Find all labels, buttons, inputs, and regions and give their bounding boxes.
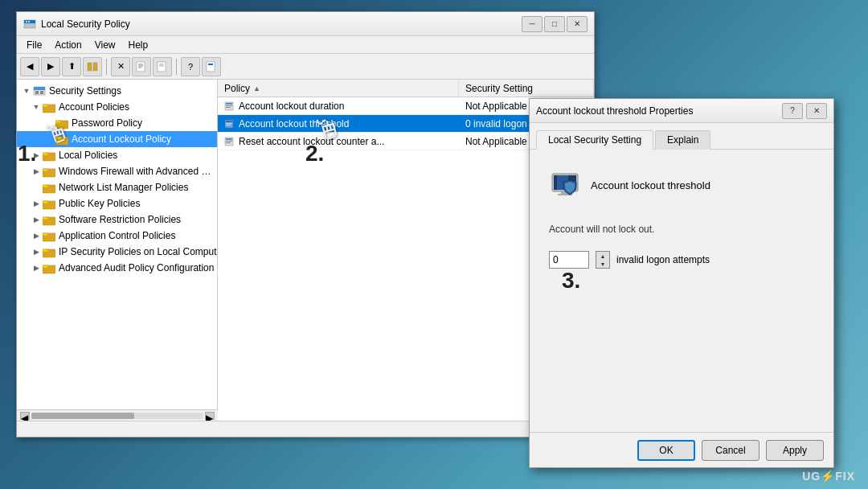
policy-icon-duration [224, 101, 235, 112]
up-button[interactable]: ⬆ [62, 57, 81, 76]
svg-rect-48 [226, 125, 231, 125]
dialog-title-buttons: ? ✕ [782, 103, 827, 119]
tree-scrollbar[interactable]: ◀ ▶ [17, 409, 218, 421]
main-window: Local Security Policy ─ □ ✕ File Action … [16, 11, 595, 438]
tab-local-security-setting[interactable]: Local Security Setting [536, 130, 653, 150]
account-policies-expand[interactable]: ▼ [30, 101, 43, 113]
firewall-expand[interactable]: ▶ [30, 165, 43, 178]
menu-bar: File Action View Help [17, 36, 594, 54]
advanced-audit-expand[interactable]: ▶ [30, 261, 43, 274]
ip-security-label: IP Security Policies on Local Compute... [59, 246, 218, 257]
svg-rect-44 [226, 107, 231, 108]
svg-rect-13 [207, 62, 215, 72]
svg-rect-28 [43, 169, 48, 171]
password-policy-label: Password Policy [72, 117, 142, 129]
panel-header: Policy ▲ Security Setting [218, 80, 594, 97]
close-main-button[interactable]: ✕ [567, 16, 588, 32]
svg-rect-40 [43, 265, 48, 268]
export-button[interactable] [132, 57, 151, 76]
svg-rect-51 [226, 141, 232, 142]
public-key-icon [43, 197, 55, 210]
dialog-title: Account lockout threshold Properties [536, 105, 693, 117]
svg-point-2 [26, 21, 27, 23]
app-control-label: Application Control Policies [59, 230, 175, 241]
scroll-right[interactable]: ▶ [205, 412, 215, 420]
import-button[interactable] [153, 57, 172, 76]
menu-view[interactable]: View [88, 38, 122, 52]
tree-software-restriction[interactable]: ▶ Software Restriction Policies [17, 212, 217, 228]
firewall-icon [43, 165, 55, 178]
toolbar-separator-2 [176, 59, 177, 75]
dialog-close-button[interactable]: ✕ [806, 103, 827, 119]
network-list-label: Network List Manager Policies [59, 182, 188, 193]
svg-rect-34 [43, 217, 48, 220]
scroll-track [31, 413, 203, 419]
policy-name-duration: Account lockout duration [218, 99, 459, 113]
threshold-value-input[interactable] [549, 251, 589, 269]
tree-account-lockout-policy[interactable]: Account Lockout Policy [17, 131, 217, 147]
svg-rect-43 [226, 105, 232, 106]
tree-root[interactable]: ▼ Security Settings [17, 83, 217, 99]
app-control-expand[interactable]: ▶ [30, 229, 43, 242]
svg-rect-47 [226, 123, 232, 124]
dialog-policy-icon [549, 169, 581, 201]
ip-security-expand[interactable]: ▶ [30, 245, 43, 258]
dialog-help-button[interactable]: ? [782, 103, 803, 119]
help-button-toolbar[interactable]: ? [181, 57, 200, 76]
tree-local-policies[interactable]: ▶ Local Policies [17, 147, 217, 163]
svg-rect-52 [226, 142, 231, 143]
svg-rect-30 [43, 185, 48, 187]
local-policies-icon [43, 149, 55, 162]
back-button[interactable]: ◀ [20, 57, 39, 76]
tree-advanced-audit[interactable]: ▶ Advanced Audit Policy Configuration [17, 260, 217, 276]
tree-network-list[interactable]: Network List Manager Policies [17, 179, 217, 195]
tree-panel: ▼ Security Settings ▼ Account Policies [17, 80, 218, 437]
lockout-expand [43, 133, 55, 146]
tree-public-key[interactable]: ▶ Public Key Policies [17, 195, 217, 212]
forward-button[interactable]: ▶ [41, 57, 60, 76]
ok-button[interactable]: OK [637, 440, 695, 461]
minimize-button[interactable]: ─ [522, 16, 542, 32]
show-hide-button[interactable] [83, 57, 102, 76]
sw-restriction-expand[interactable]: ▶ [30, 213, 43, 226]
account-policies-label: Account Policies [59, 101, 129, 113]
spinner-up-button[interactable]: ▲ [596, 252, 609, 260]
network-list-icon [43, 181, 55, 194]
sw-restriction-label: Software Restriction Policies [59, 214, 181, 225]
menu-help[interactable]: Help [122, 38, 155, 52]
password-policy-expand [43, 117, 55, 129]
spinner-label-text: invalid logon attempts [616, 254, 710, 265]
svg-rect-5 [93, 63, 97, 71]
firewall-label: Windows Firewall with Advanced Secu... [59, 166, 214, 177]
tab-explain[interactable]: Explain [655, 130, 710, 150]
tree-ip-security[interactable]: ▶ IP Security Policies on Local Compute.… [17, 244, 217, 260]
policy-icon-threshold [224, 118, 235, 129]
tree-app-control[interactable]: ▶ Application Control Policies [17, 228, 217, 244]
maximize-button[interactable]: □ [544, 16, 565, 32]
tree-password-policy[interactable]: Password Policy [17, 115, 217, 131]
spinner-down-button[interactable]: ▼ [596, 260, 609, 268]
apply-button[interactable]: Apply [766, 440, 824, 461]
account-policies-icon [43, 101, 55, 113]
tree-firewall[interactable]: ▶ Windows Firewall with Advanced Secu... [17, 163, 217, 179]
public-key-expand[interactable]: ▶ [30, 197, 43, 210]
app-control-icon [43, 229, 55, 242]
title-bar-buttons: ─ □ ✕ [522, 16, 588, 32]
window-title: Local Security Policy [41, 18, 130, 30]
network-list-expand [30, 181, 43, 194]
svg-rect-46 [226, 121, 232, 122]
properties-button[interactable] [202, 57, 221, 76]
scroll-left[interactable]: ◀ [20, 412, 30, 420]
root-expand-icon[interactable]: ▼ [20, 84, 33, 97]
tree-account-policies[interactable]: ▼ Account Policies [17, 99, 217, 115]
security-settings-icon [33, 84, 46, 97]
spinner-buttons: ▲ ▼ [596, 251, 610, 269]
menu-action[interactable]: Action [48, 38, 88, 52]
menu-file[interactable]: File [20, 38, 48, 52]
sw-restriction-icon [43, 213, 55, 226]
show-hide-icon [87, 61, 98, 72]
local-policies-expand[interactable]: ▶ [30, 149, 43, 162]
cancel-button[interactable]: Cancel [702, 440, 760, 461]
delete-button[interactable]: ✕ [111, 57, 130, 76]
export-icon [136, 61, 147, 72]
